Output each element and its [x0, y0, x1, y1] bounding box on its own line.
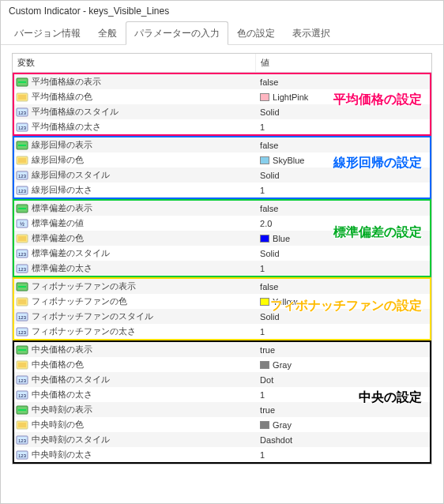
- param-row[interactable]: 標準偏差の色Blue: [14, 231, 430, 246]
- color-type-icon: [16, 92, 28, 103]
- param-row[interactable]: ½標準偏差の値2.0: [14, 216, 430, 231]
- param-value-cell[interactable]: false: [255, 141, 430, 150]
- param-value-cell[interactable]: 2.0: [255, 219, 430, 228]
- param-row[interactable]: 123標準偏差のスタイルSolid: [14, 246, 430, 261]
- param-name: 中央価格の色: [32, 359, 84, 370]
- param-value-cell[interactable]: Solid: [255, 171, 430, 180]
- param-row[interactable]: 123中央価格の太さ1: [14, 387, 430, 402]
- param-name-cell: 中央価格の表示: [14, 344, 255, 355]
- color-type-icon: [16, 296, 28, 307]
- param-value: Solid: [260, 249, 279, 258]
- param-value-cell[interactable]: 1: [255, 122, 430, 132]
- param-name-cell: 123標準偏差の太さ: [14, 262, 255, 274]
- bool-type-icon: [16, 344, 28, 355]
- param-value: SkyBlue: [273, 156, 304, 165]
- param-value: false: [260, 204, 278, 213]
- svg-text:123: 123: [18, 438, 27, 443]
- param-value-cell[interactable]: Solid: [255, 107, 430, 117]
- tab-4[interactable]: 表示選択: [284, 21, 339, 44]
- color-type-icon: [16, 155, 28, 166]
- param-row[interactable]: フィボナッチファンの表示false: [14, 279, 430, 294]
- svg-text:123: 123: [18, 315, 27, 320]
- param-row[interactable]: 標準偏差の表示false: [14, 201, 430, 216]
- param-name-cell: 123フィボナッチファンのスタイル: [14, 310, 255, 322]
- param-name: 標準偏差の値: [32, 217, 84, 229]
- param-row[interactable]: 123平均価格線の太さ1: [14, 119, 430, 134]
- param-value-cell[interactable]: 1: [255, 390, 430, 400]
- param-value-cell[interactable]: Dot: [255, 375, 430, 385]
- param-name: 中央時刻の表示: [32, 404, 92, 416]
- param-row[interactable]: 線形回帰の表示false: [14, 137, 430, 152]
- param-name-cell: 線形回帰の表示: [14, 139, 255, 151]
- param-row[interactable]: 123フィボナッチファンの太さ1: [14, 324, 430, 339]
- param-row[interactable]: フィボナッチファンの色Yellow: [14, 294, 430, 309]
- param-row[interactable]: 123中央時刻の太さ1: [14, 447, 430, 462]
- bool-type-icon: [16, 404, 28, 416]
- color-swatch: [260, 235, 269, 243]
- param-value-cell[interactable]: SkyBlue: [255, 156, 430, 165]
- param-value-cell[interactable]: Blue: [255, 234, 430, 243]
- param-row[interactable]: 123標準偏差の太さ1: [14, 261, 430, 276]
- column-header-variable[interactable]: 変数: [13, 54, 255, 72]
- param-value-cell[interactable]: LightPink: [255, 92, 430, 102]
- num-type-icon: 123: [16, 107, 28, 118]
- param-value: Yellow: [273, 297, 297, 307]
- color-swatch: [260, 93, 269, 101]
- color-swatch: [260, 156, 269, 164]
- param-row[interactable]: 123線形回帰のスタイルSolid: [14, 167, 430, 182]
- param-value-cell[interactable]: 1: [255, 450, 430, 460]
- param-row[interactable]: 平均価格線の表示false: [14, 74, 430, 89]
- param-value-cell[interactable]: Dashdot: [255, 435, 430, 445]
- param-name: 中央時刻の色: [32, 419, 84, 431]
- param-value: true: [260, 345, 275, 355]
- param-value: Gray: [273, 420, 292, 430]
- param-value-cell[interactable]: Gray: [255, 420, 430, 430]
- window-title: Custom Indicator - keys_Visible_Lines: [1, 1, 443, 21]
- param-value-cell[interactable]: 1: [255, 186, 430, 195]
- param-value-cell[interactable]: Solid: [255, 249, 430, 258]
- param-name-cell: 123標準偏差のスタイル: [14, 247, 255, 259]
- tab-1[interactable]: 全般: [89, 21, 126, 44]
- param-name-cell: フィボナッチファンの色: [14, 295, 255, 307]
- param-row[interactable]: 中央時刻の色Gray: [14, 417, 430, 432]
- param-value-cell[interactable]: Gray: [255, 360, 430, 370]
- param-value-cell[interactable]: true: [255, 345, 430, 355]
- param-row[interactable]: 線形回帰の色SkyBlue: [14, 152, 430, 167]
- color-swatch: [260, 361, 269, 369]
- param-value: Dot: [260, 375, 273, 385]
- param-value-cell[interactable]: false: [255, 282, 430, 291]
- num-type-icon: 123: [16, 122, 28, 133]
- param-value-cell[interactable]: 1: [255, 327, 430, 337]
- svg-text:123: 123: [18, 330, 27, 335]
- tab-0[interactable]: バージョン情報: [6, 21, 89, 44]
- bool-type-icon: [16, 140, 28, 151]
- tab-2[interactable]: パラメーターの入力: [126, 21, 228, 45]
- param-name-cell: 中央時刻の表示: [14, 404, 255, 416]
- column-header-value[interactable]: 値: [255, 54, 431, 72]
- param-row[interactable]: 中央価格の色Gray: [14, 357, 430, 372]
- param-row[interactable]: 平均価格線の色LightPink: [14, 89, 430, 104]
- param-value-cell[interactable]: 1: [255, 264, 430, 273]
- param-value-cell[interactable]: false: [255, 77, 430, 87]
- param-row[interactable]: 123中央価格のスタイルDot: [14, 372, 430, 387]
- param-row[interactable]: 123中央時刻のスタイルDashdot: [14, 432, 430, 447]
- param-row[interactable]: 123フィボナッチファンのスタイルSolid: [14, 309, 430, 324]
- param-value-cell[interactable]: Yellow: [255, 297, 430, 307]
- param-name-cell: 123平均価格線のスタイル: [14, 106, 255, 118]
- param-name-cell: 線形回帰の色: [14, 154, 255, 166]
- param-value-cell[interactable]: false: [255, 204, 430, 213]
- param-name-cell: 123フィボナッチファンの太さ: [14, 325, 255, 337]
- svg-text:123: 123: [18, 126, 27, 130]
- color-type-icon: [16, 233, 28, 244]
- param-value-cell[interactable]: true: [255, 405, 430, 415]
- param-row[interactable]: 中央価格の表示true: [14, 342, 430, 357]
- param-name: 標準偏差のスタイル: [32, 247, 110, 259]
- param-row[interactable]: 123平均価格線のスタイルSolid: [14, 104, 430, 119]
- param-name-cell: 123中央価格のスタイル: [14, 374, 255, 386]
- param-row[interactable]: 中央時刻の表示true: [14, 402, 430, 417]
- param-group-blue: 線形回帰の表示false線形回帰の色SkyBlue123線形回帰のスタイルSol…: [13, 136, 431, 199]
- param-name: 線形回帰の色: [32, 154, 84, 166]
- param-row[interactable]: 123線形回帰の太さ1: [14, 182, 430, 197]
- param-value-cell[interactable]: Solid: [255, 312, 430, 322]
- tab-3[interactable]: 色の設定: [228, 21, 284, 44]
